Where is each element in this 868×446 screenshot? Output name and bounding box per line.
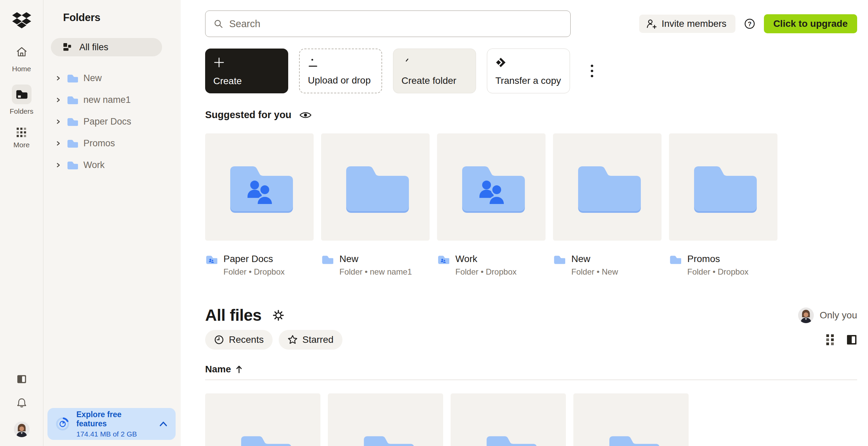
page-title: All files [205,306,261,324]
dropbox-app: Home Folders [0,0,868,446]
suggested-title: Suggested for you [205,109,292,120]
folder-thumbnail [437,133,546,241]
invite-members-label: Invite members [662,18,726,29]
shared-folder-icon [205,254,217,264]
help-button[interactable]: ? [744,18,756,30]
side-panel-view-button[interactable] [846,334,857,345]
plus-icon [213,57,225,68]
folder-icon [66,160,78,170]
folder-icon [669,254,681,264]
folder-tile[interactable] [451,393,566,446]
folder-tile[interactable] [328,393,443,446]
collapse-panel-button[interactable] [17,374,27,384]
folder-meta: Folder • Dropbox [687,267,748,277]
chevron-right-icon[interactable] [56,75,61,81]
search-icon [214,19,223,29]
home-icon [16,47,28,57]
filter-row: Recents Starred [205,330,857,350]
rail-item-label: Home [12,65,31,73]
folder-name: New [571,254,618,264]
notifications-button[interactable] [16,397,27,409]
folder-icon [66,73,78,83]
kebab-icon [590,63,594,78]
sort-by-name[interactable]: Name [205,364,249,375]
chevron-right-icon[interactable] [56,162,61,168]
suggested-card[interactable]: Promos Folder • Dropbox [669,133,777,277]
folder-meta: Folder • new name1 [339,267,412,277]
clock-icon [214,335,224,345]
chevron-right-icon[interactable] [56,97,61,103]
suggested-card[interactable]: New Folder • New [553,133,662,277]
tree-item-new[interactable]: New [51,67,172,89]
account-avatar[interactable] [14,422,29,437]
rail-item-more[interactable]: More [14,127,30,149]
folder-tile[interactable] [205,393,320,446]
shared-folder-icon [437,254,449,264]
sort-label: Name [205,364,231,375]
chevron-right-icon[interactable] [56,141,61,146]
tree-item-label: Paper Docs [83,116,131,127]
sort-ascending-icon [235,365,243,374]
dropbox-logo-icon[interactable] [12,12,31,29]
owner-indicator[interactable]: Only you [798,308,857,323]
suggested-card[interactable]: Paper Docs Folder • Dropbox [205,133,314,277]
chevron-right-icon[interactable] [56,119,61,125]
side-panel-icon [846,334,857,345]
tree-item-label: New [83,73,102,83]
filter-label: Starred [302,334,334,345]
rail-item-label: More [14,141,30,149]
toggle-suggestions-button[interactable] [299,111,312,119]
transfer-icon [495,57,506,68]
storage-progress-icon [55,416,70,432]
tree-item-new-name1[interactable]: new name1 [51,89,172,111]
main-content: Invite members ? Click to upgrade Create [181,0,868,446]
sidebar-item-all-files[interactable]: All files [51,38,162,56]
invite-members-button[interactable]: Invite members [639,15,735,33]
folder-meta: Folder • Dropbox [223,267,284,277]
grid-view-button[interactable] [826,334,835,346]
create-button[interactable]: Create [205,49,288,93]
folder-settings-button[interactable] [270,309,287,322]
upgrade-button[interactable]: Click to upgrade [764,14,857,33]
chevron-up-icon[interactable] [159,420,168,428]
suggested-cards: Paper Docs Folder • Dropbox [205,133,857,277]
owner-label: Only you [820,310,857,321]
suggested-card[interactable]: Work Folder • Dropbox [437,133,546,277]
rail-item-folders[interactable]: Folders [9,85,33,115]
folder-thumbnail [669,133,777,241]
left-rail: Home Folders [0,0,43,446]
folder-name: New [339,254,412,264]
folder-tile[interactable] [573,393,689,446]
filter-starred[interactable]: Starred [279,330,342,350]
more-actions-button[interactable] [588,63,596,79]
upload-or-drop-button[interactable]: Upload or drop [299,49,382,93]
filter-recents[interactable]: Recents [205,330,273,350]
folder-thumbnail [321,133,430,241]
tree-item-paper-docs[interactable]: Paper Docs [51,111,172,132]
folder-thumbnail [553,133,662,241]
suggested-card[interactable]: New Folder • new name1 [321,133,430,277]
folder-name: Work [455,254,516,264]
banner-title: Explore free features [76,410,153,428]
explore-features-banner[interactable]: Explore free features 174.41 MB of 2 GB [47,408,176,440]
tree-item-promos[interactable]: Promos [51,132,172,154]
create-folder-label: Create folder [401,75,468,86]
all-files-grid [205,393,857,446]
sidebar-item-label: All files [79,42,108,53]
all-files-icon [63,43,72,52]
bell-icon [16,397,27,409]
filter-label: Recents [229,334,264,345]
create-folder-button[interactable]: Create folder [393,49,476,93]
rail-item-home[interactable]: Home [12,42,32,73]
search-bar[interactable] [205,11,571,37]
upload-or-drop-label: Upload or drop [308,75,373,86]
tree-item-work[interactable]: Work [51,154,172,176]
transfer-a-copy-button[interactable]: Transfer a copy [487,49,570,93]
tree-item-label: new name1 [83,95,131,105]
folder-name: Paper Docs [223,254,284,264]
search-input[interactable] [229,18,562,30]
folder-meta: Folder • New [571,267,618,277]
sidebar-title: Folders [63,12,172,24]
folder-thumbnail [205,133,314,241]
create-label: Create [213,76,280,87]
